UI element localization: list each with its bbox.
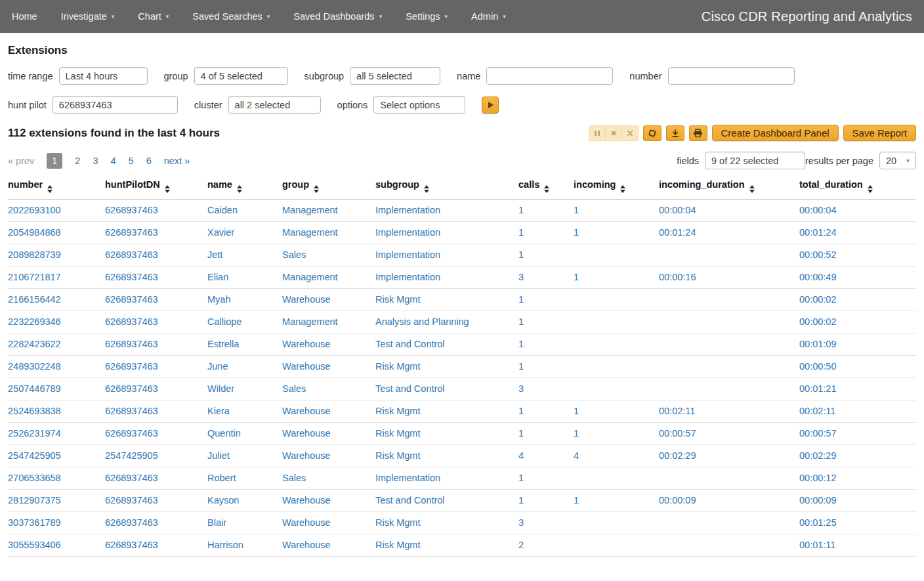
cell-subgroup[interactable]: Risk Mgmt bbox=[375, 445, 518, 467]
cell-incoming-duration[interactable]: 00:00:16 bbox=[659, 267, 799, 289]
cell-huntpilotdn[interactable]: 6268937463 bbox=[105, 289, 207, 311]
column-header-group[interactable]: group bbox=[282, 177, 375, 200]
cell-total-duration[interactable]: 00:00:02 bbox=[799, 289, 916, 311]
column-header-name[interactable]: name bbox=[207, 177, 282, 200]
cell-calls[interactable]: 1 bbox=[518, 311, 574, 334]
nav-item-saved-searches[interactable]: Saved Searches▾ bbox=[192, 11, 270, 22]
cell-number[interactable]: 2232269346 bbox=[8, 311, 105, 334]
cell-group[interactable]: Management bbox=[282, 200, 375, 222]
cell-group[interactable]: Warehouse bbox=[282, 490, 375, 512]
cell-group[interactable]: Warehouse bbox=[282, 445, 375, 467]
column-header-total-duration[interactable]: total_duration bbox=[799, 177, 916, 200]
cell-huntpilotdn[interactable]: 6268937463 bbox=[105, 490, 207, 512]
number-input[interactable] bbox=[668, 67, 795, 85]
cell-huntpilotdn[interactable]: 6268937463 bbox=[105, 200, 207, 222]
cell-subgroup[interactable]: Risk Mgmt bbox=[375, 423, 518, 445]
cell-incoming[interactable]: 4 bbox=[574, 445, 659, 467]
cell-group[interactable]: Warehouse bbox=[282, 534, 375, 557]
cell-huntpilotdn[interactable]: 6268937463 bbox=[105, 423, 207, 445]
cell-total-duration[interactable]: 00:01:09 bbox=[799, 334, 916, 356]
cell-number[interactable]: 2706533658 bbox=[8, 467, 105, 490]
cell-subgroup[interactable]: Implementation bbox=[375, 267, 518, 289]
cell-number[interactable]: 2282423622 bbox=[8, 334, 105, 356]
cell-name[interactable]: Kayson bbox=[207, 490, 282, 512]
cell-group[interactable]: Warehouse bbox=[282, 356, 375, 378]
cell-incoming[interactable]: 1 bbox=[574, 490, 659, 512]
group-input[interactable]: 4 of 5 selected bbox=[194, 67, 288, 85]
cell-name[interactable]: Blair bbox=[207, 512, 282, 534]
cell-calls[interactable]: 1 bbox=[518, 356, 574, 378]
cell-huntpilotdn[interactable]: 6268937463 bbox=[105, 267, 207, 289]
cell-number[interactable]: 2507446789 bbox=[8, 378, 105, 400]
cell-total-duration[interactable]: 00:00:04 bbox=[799, 200, 916, 222]
cell-number[interactable]: 2166156442 bbox=[8, 289, 105, 311]
cell-huntpilotdn[interactable]: 6268937463 bbox=[105, 378, 207, 400]
nav-item-admin[interactable]: Admin▾ bbox=[471, 11, 506, 22]
cell-subgroup[interactable]: Risk Mgmt bbox=[375, 534, 518, 557]
run-search-button[interactable] bbox=[482, 97, 499, 114]
page-link-2[interactable]: 2 bbox=[75, 156, 80, 166]
cell-number[interactable]: 3055593406 bbox=[8, 534, 105, 557]
cell-subgroup[interactable]: Analysis and Planning bbox=[375, 311, 518, 334]
cell-number[interactable]: 2812907375 bbox=[8, 490, 105, 512]
cell-huntpilotdn[interactable]: 6268937463 bbox=[105, 334, 207, 356]
cell-number[interactable]: 2526231974 bbox=[8, 423, 105, 445]
next-page-link[interactable]: next » bbox=[164, 156, 190, 166]
cell-group[interactable]: Warehouse bbox=[282, 334, 375, 356]
column-header-calls[interactable]: calls bbox=[518, 177, 574, 200]
nav-item-chart[interactable]: Chart▾ bbox=[138, 11, 169, 22]
time-range-input[interactable]: Last 4 hours bbox=[59, 67, 148, 85]
cell-number[interactable]: 2524693838 bbox=[8, 400, 105, 423]
cell-calls[interactable]: 1 bbox=[518, 490, 574, 512]
results-per-page-select[interactable]: 20 ▾ bbox=[879, 152, 916, 169]
cell-subgroup[interactable]: Test and Control bbox=[375, 378, 518, 400]
cell-calls[interactable]: 1 bbox=[518, 200, 574, 222]
export-button[interactable] bbox=[666, 125, 684, 141]
column-header-incoming-duration[interactable]: incoming_duration bbox=[659, 177, 799, 200]
cell-name[interactable]: Caiden bbox=[207, 200, 282, 222]
cancel-button[interactable] bbox=[621, 125, 639, 141]
permalink-button[interactable] bbox=[643, 125, 662, 141]
cell-huntpilotdn[interactable]: 6268937463 bbox=[105, 467, 207, 490]
cell-calls[interactable]: 3 bbox=[518, 512, 574, 534]
page-link-4[interactable]: 4 bbox=[110, 156, 116, 166]
cell-total-duration[interactable]: 00:00:09 bbox=[799, 490, 916, 512]
cell-number[interactable]: 2054984868 bbox=[8, 222, 105, 244]
cell-total-duration[interactable]: 00:00:02 bbox=[799, 311, 916, 334]
cell-total-duration[interactable]: 00:01:25 bbox=[799, 512, 916, 534]
cell-subgroup[interactable]: Risk Mgmt bbox=[375, 400, 518, 423]
page-link-3[interactable]: 3 bbox=[93, 156, 98, 166]
cell-incoming[interactable]: 1 bbox=[574, 400, 659, 423]
cell-incoming-duration[interactable]: 00:02:29 bbox=[659, 445, 799, 467]
cell-total-duration[interactable]: 00:02:29 bbox=[799, 445, 916, 467]
cell-number[interactable]: 2022693100 bbox=[8, 200, 105, 222]
cell-number[interactable]: 2089828739 bbox=[8, 244, 105, 267]
cell-total-duration[interactable]: 00:00:50 bbox=[799, 356, 916, 378]
cell-huntpilotdn[interactable]: 6268937463 bbox=[105, 356, 207, 378]
cell-total-duration[interactable]: 00:00:57 bbox=[799, 423, 916, 445]
nav-item-home[interactable]: Home bbox=[12, 11, 37, 22]
cell-calls[interactable]: 2 bbox=[518, 534, 574, 557]
name-input[interactable] bbox=[486, 67, 613, 85]
cell-total-duration[interactable]: 00:02:11 bbox=[799, 400, 916, 423]
cell-name[interactable]: Estrella bbox=[207, 334, 282, 356]
cell-incoming-duration[interactable]: 00:00:04 bbox=[659, 200, 799, 222]
cell-name[interactable]: Wilder bbox=[207, 378, 282, 400]
cell-incoming[interactable]: 1 bbox=[574, 200, 659, 222]
cell-calls[interactable]: 1 bbox=[518, 467, 574, 490]
cell-incoming-duration[interactable]: 00:00:09 bbox=[659, 490, 799, 512]
cell-incoming[interactable]: 1 bbox=[574, 267, 659, 289]
cell-huntpilotdn[interactable]: 6268937463 bbox=[105, 534, 207, 557]
nav-item-settings[interactable]: Settings▾ bbox=[406, 11, 448, 22]
cell-group[interactable]: Sales bbox=[282, 244, 375, 267]
cell-number[interactable]: 3037361789 bbox=[8, 512, 105, 534]
cell-calls[interactable]: 1 bbox=[518, 400, 574, 423]
cell-name[interactable]: June bbox=[207, 356, 282, 378]
cell-calls[interactable]: 4 bbox=[518, 445, 574, 467]
cell-calls[interactable]: 1 bbox=[518, 423, 574, 445]
column-header-huntpilotdn[interactable]: huntPilotDN bbox=[105, 177, 207, 200]
page-link-6[interactable]: 6 bbox=[146, 156, 152, 166]
cell-huntpilotdn[interactable]: 6268937463 bbox=[105, 512, 207, 534]
cell-incoming-duration[interactable]: 00:01:24 bbox=[659, 222, 799, 244]
print-button[interactable] bbox=[689, 125, 707, 141]
